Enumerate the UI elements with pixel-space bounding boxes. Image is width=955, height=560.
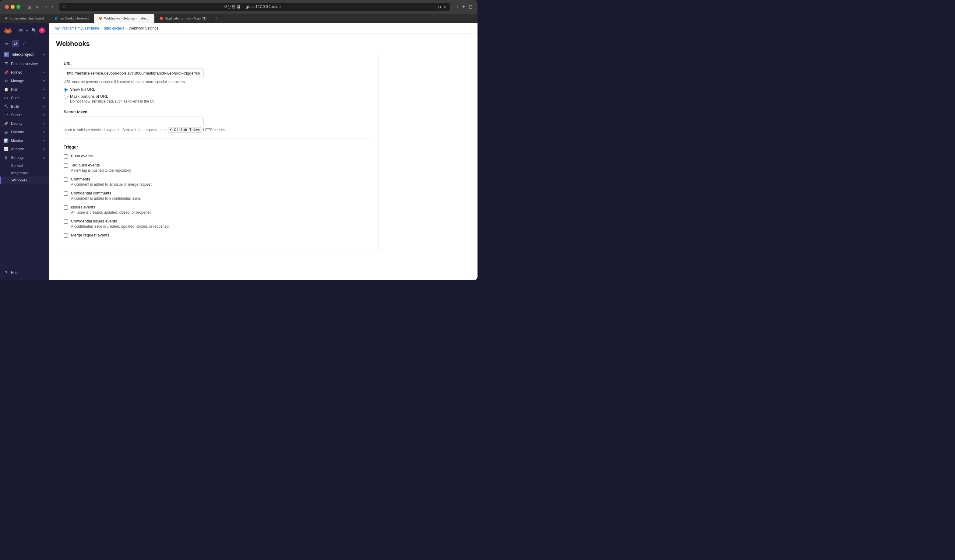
maximize-button[interactable] — [16, 5, 20, 9]
trigger-section: Trigger Push events Tag push events — [64, 145, 371, 238]
checkbox-push-events-input[interactable] — [64, 154, 68, 159]
sidebar-collapse-button[interactable]: ⊟ — [19, 27, 23, 33]
reload-icon[interactable]: ↻ — [443, 5, 446, 9]
checkbox-issues-events-sublabel: An issue is created, updated, closed, or… — [71, 210, 153, 215]
back-button[interactable]: ‹ — [44, 4, 49, 10]
sidebar-nav-checklist[interactable]: ✓ — [20, 40, 28, 47]
settings-chevron-icon: ∧ — [43, 156, 45, 159]
tab-ias[interactable]: 👤 Ias Config [Jenkins] — [49, 14, 94, 23]
checkbox-issues-events-input[interactable] — [64, 206, 68, 210]
monitor-chevron-icon: ∨ — [43, 139, 45, 142]
sidebar-subitem-general[interactable]: General — [0, 162, 49, 169]
sidebar-item-project-overview[interactable]: ☰ Project overview — [0, 60, 49, 68]
sidebar-item-operate[interactable]: ◎ Operate ∨ — [0, 128, 49, 136]
sidebar-item-plan[interactable]: 📋 Plan ∨ — [0, 85, 49, 94]
url-label: URL — [64, 61, 371, 66]
sidebar-item-deploy[interactable]: 🚀 Deploy ∨ — [0, 119, 49, 128]
sidebar-nav-icons: ☰ ⇄ ✓ — [0, 38, 49, 49]
page-body: Webhooks URL URL must be percent-encoded… — [49, 34, 478, 257]
project-overview-icon: ☰ — [4, 62, 8, 66]
tab-webhooks[interactable]: 🦊 Webhooks · Settings · myFirstName myLa… — [94, 14, 155, 23]
sidebar-label-manage: Manage — [11, 79, 41, 83]
url-input[interactable] — [64, 69, 204, 78]
breadcrumb-link-project[interactable]: hitec-project — [104, 26, 124, 30]
sidebar-item-analyze[interactable]: 📈 Analyze ∨ — [0, 145, 49, 153]
analyze-chevron-icon: ∨ — [43, 148, 45, 151]
checkbox-issues-events-label: Issues events — [71, 205, 153, 209]
sidebar-item-settings[interactable]: ⚙ Settings ∧ — [0, 153, 49, 162]
breadcrumb-sep-1: › — [101, 26, 102, 30]
sidebar-toggle-button[interactable]: ⊞ — [27, 4, 33, 10]
sidebar-project-header[interactable]: H hitec-project ∨ — [0, 49, 49, 60]
checkbox-tag-push-events-input[interactable] — [64, 164, 68, 168]
breadcrumb-sep-2: › — [126, 26, 127, 30]
operate-icon: ◎ — [4, 130, 8, 134]
sidebar-subitem-webhooks[interactable]: Webhooks — [0, 176, 49, 184]
forward-button[interactable]: › — [50, 4, 55, 10]
integrations-label: Integrations — [11, 171, 28, 175]
minimize-button[interactable] — [11, 5, 15, 9]
tab-favicon-argocd: 🔴 — [160, 17, 163, 20]
address-bar[interactable]: 🛡 보안 안 됨 — gitlab.127.0.0.1.nip.io ⊡ ↻ — [59, 3, 450, 11]
sidebar-label-project-overview: Project overview — [11, 62, 45, 66]
build-chevron-icon: ∨ — [43, 105, 45, 108]
secret-token-input[interactable] — [64, 117, 204, 126]
checkbox-comments-label: Comments — [71, 177, 153, 181]
radio-show-full-url-input[interactable] — [64, 87, 67, 92]
checkbox-merge-request-events-label: Merge request events — [71, 233, 109, 237]
sidebar-footer: ? Help — [0, 265, 49, 280]
secret-hint: Used to validate received payloads. Sent… — [64, 128, 371, 132]
breadcrumb-link-user[interactable]: myFirstName myLastName — [55, 26, 99, 30]
new-tab-icon[interactable]: + — [462, 4, 465, 10]
gitlab-sidebar: ⊟ + 🔍 M ☰ ⇄ ✓ H hitec-project ∨ ☰ — [0, 23, 49, 280]
close-button[interactable] — [5, 5, 9, 9]
sidebar-item-monitor[interactable]: 📊 Monitor ∨ — [0, 136, 49, 145]
sidebar-item-secure[interactable]: 🛡 Secure ∨ — [0, 111, 49, 119]
breadcrumb-current: Webhook Settings — [129, 26, 158, 30]
sidebar-item-manage[interactable]: ⚙ Manage ∨ — [0, 77, 49, 85]
sidebar-subitem-integrations[interactable]: Integrations — [0, 169, 49, 176]
checkbox-comments-input[interactable] — [64, 178, 68, 182]
checkbox-confidential-comments: Confidential comments A comment is added… — [64, 191, 371, 201]
sidebar-item-help[interactable]: ? Help — [4, 268, 45, 277]
project-chevron-icon: ∨ — [43, 53, 45, 56]
split-view-icon[interactable]: ⊟ — [469, 4, 473, 10]
sidebar-item-code[interactable]: </> Code ∨ — [0, 94, 49, 102]
tab-favicon-ias: 👤 — [54, 17, 58, 20]
secret-hint-pre: Used to validate received payloads. Sent… — [64, 128, 167, 132]
address-text: 보안 안 됨 — gitlab.127.0.0.1.nip.io — [69, 4, 435, 9]
checkbox-comments-sublabel: A comment is added to an issue or merge … — [71, 182, 153, 187]
sidebar-section-project: H hitec-project ∨ ☰ Project overview 📌 P… — [0, 49, 49, 184]
sidebar-avatar-button[interactable]: M — [39, 27, 45, 33]
checkbox-confidential-comments-input[interactable] — [64, 192, 68, 196]
sidebar-nav-merge[interactable]: ⇄ — [12, 40, 19, 47]
sidebar-label-build: Build — [11, 105, 41, 109]
sidebar-item-build[interactable]: 🔨 Build ∨ — [0, 102, 49, 111]
plan-chevron-icon: ∨ — [43, 88, 45, 91]
radio-show-full-url-label: Show full URL — [70, 87, 95, 92]
radio-show-full-url: Show full URL — [64, 87, 371, 92]
tab-kubernetes[interactable]: ☸ Kubernetes Dashboard — [0, 14, 49, 23]
monitor-icon: 📊 — [4, 139, 8, 143]
reader-mode-icon[interactable]: ⊡ — [438, 5, 441, 9]
checkbox-confidential-issues-events-input[interactable] — [64, 220, 68, 224]
checkbox-comments: Comments A comment is added to an issue … — [64, 177, 371, 187]
sidebar-label-analyze: Analyze — [11, 147, 41, 151]
tab-argocd[interactable]: 🔴 Applications Tiles · Argo CD — [155, 14, 211, 23]
form-divider — [64, 138, 371, 139]
pinned-chevron-icon: ∨ — [43, 71, 45, 74]
checkbox-tag-push-events-sublabel: A new tag is pushed to the repository. — [71, 168, 132, 173]
checkbox-merge-request-events-input[interactable] — [64, 234, 68, 238]
sidebar-nav-menu[interactable]: ☰ — [3, 40, 11, 47]
radio-mask-url-input[interactable] — [64, 95, 67, 98]
tab-menu-button[interactable]: ∨ — [34, 4, 40, 10]
sidebar-search-button[interactable]: 🔍 — [31, 27, 37, 33]
general-label: General — [11, 164, 23, 167]
sidebar-add-button[interactable]: + — [25, 27, 29, 33]
sidebar-header-icons: ⊟ + 🔍 M — [19, 27, 45, 33]
tab-favicon-kubernetes: ☸ — [5, 17, 8, 20]
sidebar-item-pinned[interactable]: 📌 Pinned ∨ — [0, 68, 49, 77]
tab-favicon-webhooks: 🦊 — [99, 17, 102, 20]
new-tab-button[interactable]: + — [211, 14, 221, 23]
share-icon[interactable]: ↑ — [456, 4, 459, 10]
